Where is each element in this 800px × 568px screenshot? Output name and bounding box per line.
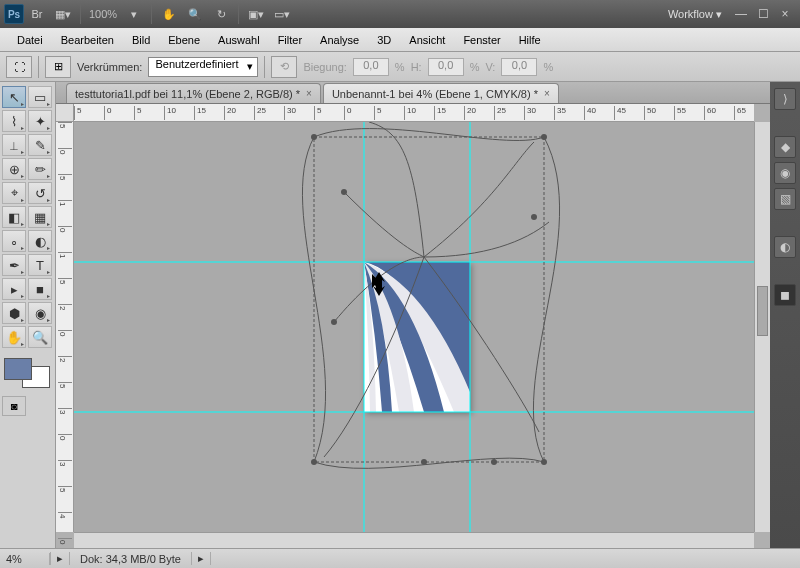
menu-bild[interactable]: Bild [123,31,159,49]
move-tool[interactable]: ↖▸ [2,86,26,108]
svg-point-6 [541,134,547,140]
bridge-button[interactable]: Br [25,3,49,25]
canvas[interactable] [74,122,754,532]
menu-datei[interactable]: Datei [8,31,52,49]
warp-mode-select[interactable]: Benutzerdefiniert [148,57,258,77]
bend-input: 0,0 [353,58,389,76]
healing-tool[interactable]: ⊕▸ [2,158,26,180]
application-bar: Ps Br ▦▾ 100% ▾ ✋ 🔍 ↻ ▣▾ ▭▾ Workflow ▾ —… [0,0,800,28]
hand-tool-icon[interactable]: ✋ [157,3,181,25]
quick-mask-button[interactable]: ◙ [2,396,26,416]
zoom-level[interactable]: 100% [85,8,121,20]
canvas-overlay [74,122,754,532]
horizontal-ruler[interactable]: 5051015202530505101520253035404550556065 [74,104,754,122]
foreground-color[interactable] [4,358,32,380]
menu-3d[interactable]: 3D [368,31,400,49]
pct-3: % [543,61,553,73]
svg-point-13 [491,459,497,465]
warp-grid-icon[interactable]: ⊞ [45,56,71,78]
menu-bearbeiten[interactable]: Bearbeiten [52,31,123,49]
document-area: testtutoria1l.pdf bei 11,1% (Ebene 2, RG… [56,82,770,548]
vertical-ruler[interactable]: 50510152025303540 [56,122,74,532]
zoom-tool[interactable]: 🔍 [28,326,52,348]
rotate-view-icon[interactable]: ↻ [209,3,233,25]
mini-bridge-button[interactable]: ▦▾ [51,3,75,25]
adjustments-panel-icon[interactable]: ◐ [774,236,796,258]
status-bar: 4% ▸ Dok: 34,3 MB/0 Byte ▸ [0,548,800,568]
close-icon[interactable]: × [306,88,312,99]
menu-ansicht[interactable]: Ansicht [400,31,454,49]
status-arrow-icon[interactable]: ▸ [191,552,211,565]
channels-panel-icon[interactable]: ◉ [774,162,796,184]
shape-tool[interactable]: ■▸ [28,278,52,300]
menu-analyse[interactable]: Analyse [311,31,368,49]
type-tool[interactable]: T▸ [28,254,52,276]
zoom-dropdown-icon[interactable]: ▾ [122,3,146,25]
menu-auswahl[interactable]: Auswahl [209,31,269,49]
transform-tool-icon[interactable]: ⛶ [6,56,32,78]
tab-unbenannt[interactable]: Unbenannt-1 bei 4% (Ebene 1, CMYK/8) * × [323,83,559,103]
h-input: 0,0 [428,58,464,76]
v-input: 0,0 [501,58,537,76]
orientation-icon: ⟲ [271,56,297,78]
color-swatches[interactable] [2,356,52,390]
app-logo: Ps [4,4,24,24]
status-zoom[interactable]: 4% [0,553,50,565]
canvas-zone: 5051015202530505101520253035404550556065… [56,104,770,548]
svg-rect-4 [314,137,544,462]
menu-fenster[interactable]: Fenster [454,31,509,49]
svg-point-10 [531,214,537,220]
svg-point-11 [331,319,337,325]
menu-hilfe[interactable]: Hilfe [510,31,550,49]
close-button[interactable]: × [776,7,794,21]
v-label: V: [485,61,495,73]
stamp-tool[interactable]: ⌖▸ [2,182,26,204]
history-brush-tool[interactable]: ↺▸ [28,182,52,204]
status-menu-icon[interactable]: ▸ [50,552,70,565]
3d-camera-tool[interactable]: ◉▸ [28,302,52,324]
lasso-tool[interactable]: ⌇▸ [2,110,26,132]
bend-label: Biegung: [303,61,346,73]
menu-ebene[interactable]: Ebene [159,31,209,49]
maximize-button[interactable]: ☐ [754,7,772,21]
menu-filter[interactable]: Filter [269,31,311,49]
eyedropper-tool[interactable]: ✎▸ [28,134,52,156]
crop-tool[interactable]: ⟂▸ [2,134,26,156]
hand-tool[interactable]: ✋▸ [2,326,26,348]
3d-tool[interactable]: ⬢▸ [2,302,26,324]
warp-label: Verkrümmen: [77,61,142,73]
horizontal-scrollbar[interactable] [74,532,754,548]
zoom-tool-icon[interactable]: 🔍 [183,3,207,25]
warp-mesh[interactable] [302,122,559,468]
screen-mode-icon[interactable]: ▭▾ [270,3,294,25]
svg-point-12 [421,459,427,465]
workspace-switcher[interactable]: Workflow ▾ [660,8,730,21]
tab-testtutorial[interactable]: testtutoria1l.pdf bei 11,1% (Ebene 2, RG… [66,83,321,103]
ruler-origin[interactable] [56,104,74,122]
dodge-tool[interactable]: ◐▸ [28,230,52,252]
right-panel-dock: ⟩ ◆ ◉ ▧ ◐ ◼ [770,82,800,548]
paths-panel-icon[interactable]: ▧ [774,188,796,210]
vertical-scrollbar[interactable] [754,122,770,532]
blur-tool[interactable]: ∘▸ [2,230,26,252]
guides [74,122,754,532]
brush-tool[interactable]: ✏▸ [28,158,52,180]
path-select-tool[interactable]: ▸▸ [2,278,26,300]
menu-bar: Datei Bearbeiten Bild Ebene Auswahl Filt… [0,28,800,52]
gradient-tool[interactable]: ▦▸ [28,206,52,228]
svg-point-8 [541,459,547,465]
document-tabs: testtutoria1l.pdf bei 11,1% (Ebene 2, RG… [56,82,770,104]
collapse-icon[interactable]: ⟩ [774,88,796,110]
quick-select-tool[interactable]: ✦▸ [28,110,52,132]
main-area: ↖▸ ▭▸ ⌇▸ ✦▸ ⟂▸ ✎▸ ⊕▸ ✏▸ ⌖▸ ↺▸ ◧▸ ▦▸ ∘▸ ◐… [0,82,800,548]
pen-tool[interactable]: ✒▸ [2,254,26,276]
options-bar: ⛶ ⊞ Verkrümmen: Benutzerdefiniert ⟲ Bieg… [0,52,800,82]
arrange-docs-icon[interactable]: ▣▾ [244,3,268,25]
tab-label: Unbenannt-1 bei 4% (Ebene 1, CMYK/8) * [332,88,538,100]
minimize-button[interactable]: — [732,7,750,21]
eraser-tool[interactable]: ◧▸ [2,206,26,228]
history-panel-icon[interactable]: ◼ [774,284,796,306]
close-icon[interactable]: × [544,88,550,99]
layers-panel-icon[interactable]: ◆ [774,136,796,158]
marquee-tool[interactable]: ▭▸ [28,86,52,108]
